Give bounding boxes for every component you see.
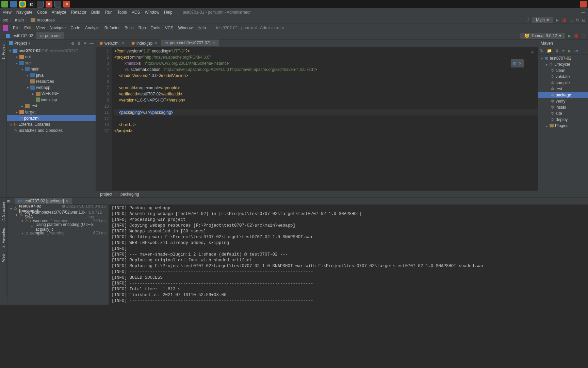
tree-row[interactable]: ▾out <box>7 54 96 60</box>
maven-goal-install[interactable]: ✲install <box>538 104 588 110</box>
tree-row[interactable]: index.jsp <box>7 97 96 103</box>
maven-goal-clean[interactable]: ✲clean <box>538 67 588 74</box>
maven-goal-verify[interactable]: ✲verify <box>538 98 588 104</box>
close-icon[interactable]: ✕ <box>46 1 52 7</box>
tree-row[interactable]: mpom.xml <box>7 115 96 121</box>
menu-code[interactable]: Code <box>70 26 80 30</box>
menu-tools[interactable]: Tools <box>117 10 127 15</box>
collapse-icon[interactable]: — <box>89 41 94 46</box>
tray-icon[interactable] <box>580 1 587 7</box>
breadcrumb-part[interactable]: packaging <box>120 192 139 197</box>
gear-icon[interactable]: ✲ <box>83 41 87 46</box>
run-console[interactable]: [INFO] Packaging webapp [INFO] Assemblin… <box>109 205 588 305</box>
tab-pom[interactable]: m pom.xml <box>36 32 64 39</box>
tree-row[interactable]: ▸test <box>7 103 96 109</box>
tree-row[interactable]: ▾webapp <box>7 85 96 91</box>
select-opened-file-icon[interactable]: ⊕ <box>71 41 75 46</box>
maven-goal-package[interactable]: ✲package <box>538 92 588 98</box>
menu-analyze[interactable]: Analyze <box>52 10 66 15</box>
menu-file[interactable]: File <box>13 26 19 30</box>
intellij-icon[interactable] <box>54 1 61 7</box>
close-icon[interactable]: ✕ <box>212 41 215 45</box>
menu-vcs[interactable]: VCS <box>132 10 140 15</box>
menu-view[interactable]: View <box>36 26 45 30</box>
breadcrumb-part[interactable]: src <box>3 18 8 22</box>
coverage-icon[interactable]: ⬚ <box>569 18 573 22</box>
maven-tree[interactable]: ▾mtest0707-02 ▾⟳Lifecycle✲clean✲validate… <box>538 55 588 197</box>
maven-goal-validate[interactable]: ✲validate <box>538 74 588 80</box>
menu-build[interactable]: Build <box>125 26 134 30</box>
project-tree[interactable]: ▾ test0707-02 F:\Project\test0707-02 ▾ou… <box>7 47 96 197</box>
search-icon[interactable]: ⊟ <box>582 18 585 22</box>
expand-all-icon[interactable]: ⇊ <box>77 41 81 46</box>
tool-web[interactable]: Web <box>1 251 5 264</box>
menu-run[interactable]: Run <box>138 26 146 30</box>
maven-plugins[interactable]: ▸Plugins <box>538 123 588 129</box>
menu-navigate[interactable]: Navigate <box>50 26 66 30</box>
maven-goal-compile[interactable]: ✲compile <box>538 80 588 86</box>
menu-help[interactable]: Help <box>197 26 206 30</box>
tree-row[interactable]: ▸java <box>7 72 96 78</box>
tree-row[interactable]: ▾main <box>7 66 96 72</box>
code-area[interactable]: ✔ m ✕ <?xml version="1.0" encoding="UTF-… <box>112 47 538 190</box>
maven-reload-popup[interactable]: m ✕ <box>511 59 524 67</box>
menu-vcs[interactable]: VCS <box>165 26 174 30</box>
tree-row[interactable]: ▸⊪External Libraries <box>7 121 96 127</box>
maven-lifecycle[interactable]: ▾⟳Lifecycle <box>538 61 588 67</box>
chrome-icon[interactable] <box>19 1 26 7</box>
menu-edit[interactable]: Edit <box>24 26 31 30</box>
run-config-selector[interactable]: Main ▾ <box>532 17 553 23</box>
tree-row[interactable]: ▾src <box>7 60 96 66</box>
tool-structure[interactable]: 7: Structure <box>1 199 5 224</box>
run-tab[interactable]: m test0707-02 [package] ✕ <box>15 198 72 204</box>
maven-goal-site[interactable]: ✲site <box>538 110 588 117</box>
menu-build[interactable]: Build <box>91 10 100 15</box>
tool-project[interactable]: 1: Project <box>1 41 5 62</box>
run-icon[interactable]: ▶ <box>568 48 571 53</box>
run-tree-row[interactable]: ▾⚠org.example:test0707-02:war:1.0-SNA1 s… <box>7 212 109 218</box>
editor-body[interactable]: 1234567891011121337 ✔ m ✕ <?xml version=… <box>96 47 538 190</box>
breadcrumb-part[interactable]: main <box>15 18 24 22</box>
run-button[interactable]: ▶ <box>568 33 571 38</box>
tool-favorites[interactable]: 2: Favorites <box>1 225 5 250</box>
menu-window[interactable]: Window <box>145 10 159 15</box>
breadcrumb-part[interactable]: project <box>100 192 112 197</box>
menu-code[interactable]: Code <box>37 10 47 15</box>
run-tree-row[interactable]: ▾⚠compile 1 warning638 ms <box>7 230 109 236</box>
stop-icon[interactable]: ⬚ <box>582 33 585 38</box>
close-icon[interactable]: ✕ <box>519 60 522 66</box>
breadcrumb-part[interactable]: resources <box>37 18 55 22</box>
add-icon[interactable]: + <box>562 48 565 53</box>
tree-row[interactable]: resources <box>7 78 96 85</box>
editor-tab[interactable]: mpom.xml (test0707-02)✕ <box>161 40 219 47</box>
close-icon[interactable]: ✕ <box>121 41 124 45</box>
maven-icon[interactable]: m <box>574 48 578 53</box>
build-icon[interactable]: ⤴ <box>527 18 529 22</box>
run-tree-row[interactable]: ⚠Using platform encoding (UTF-8 actually… <box>7 224 109 230</box>
app-icon[interactable] <box>1 1 8 7</box>
close-icon[interactable]: ✕ <box>63 1 70 7</box>
run-tree[interactable]: ▾⚠ test0707-02 [package]: at 2021/7/10 1… <box>7 205 109 305</box>
tree-root[interactable]: ▾ test0707-02 F:\Project\test0707-02 <box>7 48 96 54</box>
menu-analyze[interactable]: Analyze <box>85 26 100 30</box>
run-button[interactable]: ▶ <box>556 18 559 22</box>
app-icon[interactable] <box>10 1 17 7</box>
minimize-icon[interactable]: — <box>581 10 585 15</box>
download-icon[interactable]: ⬇ <box>555 48 559 53</box>
debug-icon[interactable]: 🐞 <box>561 18 567 22</box>
menu-window[interactable]: Window <box>178 26 193 30</box>
menu-help[interactable]: Help <box>164 10 173 15</box>
intellij-icon[interactable] <box>37 1 44 7</box>
menu-refactor[interactable]: Refactor <box>71 10 86 15</box>
chevron-down-icon[interactable]: ▾ <box>28 41 30 46</box>
tree-row[interactable]: ▸WEB-INF <box>7 91 96 97</box>
inspection-ok-icon[interactable]: ✔ <box>531 49 534 55</box>
debug-icon[interactable]: 🐞 <box>574 33 579 38</box>
steam-icon[interactable]: ◐ <box>28 1 35 7</box>
close-icon[interactable]: ✕ <box>66 199 69 203</box>
menu-navigate[interactable]: Navigate <box>16 10 32 15</box>
editor-tab[interactable]: ⬢web.xml✕ <box>96 40 128 47</box>
tree-row[interactable]: ▸target <box>7 109 96 115</box>
profile-icon[interactable]: ↻ <box>576 18 579 22</box>
tree-row[interactable]: ✎Scratches and Consoles <box>7 127 96 134</box>
